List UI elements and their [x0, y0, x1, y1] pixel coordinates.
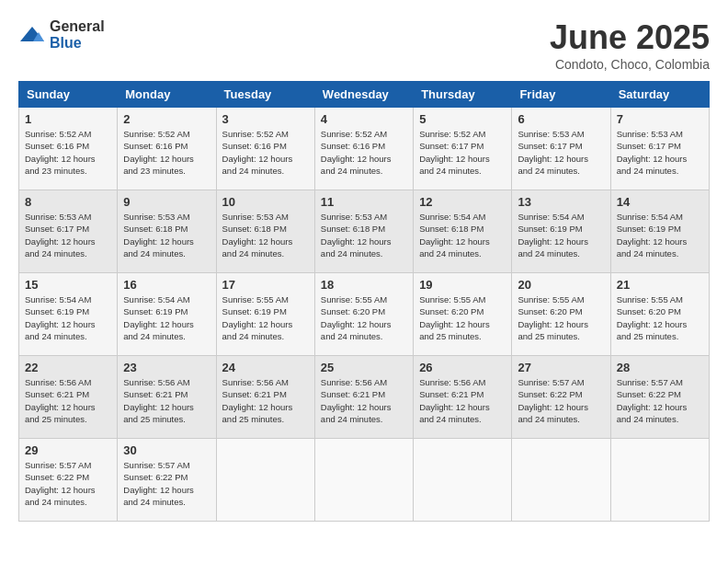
daylight-continued: and 24 minutes. [321, 331, 383, 341]
daylight-continued: and 25 minutes. [222, 414, 285, 424]
daylight: Daylight: 12 hours [25, 154, 96, 164]
sunrise: Sunrise: 5:52 AM [222, 129, 289, 139]
daylight-continued: and 24 minutes. [222, 248, 285, 259]
daylight: Daylight: 12 hours [123, 236, 194, 247]
sunrise: Sunrise: 5:56 AM [419, 377, 485, 387]
calendar-cell: 18 Sunrise: 5:55 AM Sunset: 6:20 PM Dayl… [314, 273, 413, 356]
sunrise: Sunrise: 5:54 AM [518, 212, 584, 222]
calendar-cell [216, 439, 314, 522]
sunset: Sunset: 6:20 PM [321, 306, 385, 316]
calendar-table: Sunday Monday Tuesday Wednesday Thursday… [18, 81, 710, 522]
sunset: Sunset: 6:19 PM [518, 224, 582, 234]
daylight: Daylight: 12 hours [321, 319, 392, 329]
daylight: Daylight: 12 hours [419, 319, 490, 329]
title-area: June 2025 Condoto, Choco, Colombia [550, 18, 710, 72]
calendar-week-row: 29 Sunrise: 5:57 AM Sunset: 6:22 PM Dayl… [19, 439, 710, 522]
day-number: 18 [321, 278, 407, 292]
daylight: Daylight: 12 hours [123, 319, 194, 329]
calendar-cell: 1 Sunrise: 5:52 AM Sunset: 6:16 PM Dayli… [19, 108, 118, 190]
daylight: Daylight: 12 hours [222, 402, 293, 412]
daylight-continued: and 25 minutes. [419, 331, 482, 341]
sunset: Sunset: 6:20 PM [617, 306, 681, 316]
sunset: Sunset: 6:20 PM [419, 306, 483, 316]
sunrise: Sunrise: 5:52 AM [321, 129, 387, 139]
calendar-cell [314, 439, 413, 522]
calendar-cell: 9 Sunrise: 5:53 AM Sunset: 6:18 PM Dayli… [118, 190, 216, 273]
sunset: Sunset: 6:21 PM [222, 389, 287, 399]
sunset: Sunset: 6:18 PM [419, 224, 483, 234]
header-friday: Friday [512, 82, 610, 108]
calendar-cell: 30 Sunrise: 5:57 AM Sunset: 6:22 PM Dayl… [118, 439, 216, 522]
daylight-continued: and 23 minutes. [25, 166, 87, 176]
day-number: 3 [222, 112, 309, 126]
sunrise: Sunrise: 5:57 AM [518, 377, 584, 387]
sunset: Sunset: 6:21 PM [25, 389, 89, 399]
sunset: Sunset: 6:19 PM [617, 224, 681, 234]
calendar-cell: 26 Sunrise: 5:56 AM Sunset: 6:21 PM Dayl… [414, 356, 512, 439]
header-thursday: Thursday [414, 82, 512, 108]
calendar-cell: 21 Sunrise: 5:55 AM Sunset: 6:20 PM Dayl… [610, 273, 709, 356]
calendar-cell [610, 439, 709, 522]
sunset: Sunset: 6:18 PM [123, 224, 188, 234]
daylight: Daylight: 12 hours [419, 154, 490, 164]
logo-blue: Blue [50, 35, 82, 51]
logo: General Blue [18, 18, 105, 52]
day-number: 15 [25, 278, 111, 292]
calendar-cell: 7 Sunrise: 5:53 AM Sunset: 6:17 PM Dayli… [610, 108, 709, 190]
sunrise: Sunrise: 5:56 AM [222, 377, 289, 387]
header-sunday: Sunday [19, 82, 118, 108]
sunrise: Sunrise: 5:54 AM [617, 212, 683, 222]
sunset: Sunset: 6:17 PM [419, 141, 483, 151]
calendar-cell [414, 439, 512, 522]
daylight-continued: and 24 minutes. [617, 166, 679, 176]
sunset: Sunset: 6:18 PM [222, 224, 287, 234]
calendar-cell: 13 Sunrise: 5:54 AM Sunset: 6:19 PM Dayl… [512, 190, 610, 273]
daylight-continued: and 25 minutes. [25, 414, 87, 424]
header-tuesday: Tuesday [216, 82, 314, 108]
day-number: 5 [419, 112, 506, 126]
calendar-cell: 10 Sunrise: 5:53 AM Sunset: 6:18 PM Dayl… [216, 190, 314, 273]
day-number: 1 [25, 112, 111, 126]
day-number: 30 [123, 443, 210, 457]
page-header: General Blue June 2025 Condoto, Choco, C… [18, 18, 710, 72]
daylight: Daylight: 12 hours [222, 236, 293, 247]
sunrise: Sunrise: 5:53 AM [321, 212, 387, 222]
calendar-cell: 11 Sunrise: 5:53 AM Sunset: 6:18 PM Dayl… [314, 190, 413, 273]
calendar-cell: 17 Sunrise: 5:55 AM Sunset: 6:19 PM Dayl… [216, 273, 314, 356]
daylight: Daylight: 12 hours [123, 402, 194, 412]
day-number: 8 [25, 195, 111, 209]
sunrise: Sunrise: 5:56 AM [321, 377, 387, 387]
day-number: 22 [25, 361, 111, 374]
daylight: Daylight: 12 hours [123, 154, 194, 164]
sunrise: Sunrise: 5:55 AM [222, 294, 289, 304]
daylight: Daylight: 12 hours [518, 319, 588, 329]
calendar-cell: 12 Sunrise: 5:54 AM Sunset: 6:18 PM Dayl… [414, 190, 512, 273]
daylight-continued: and 24 minutes. [321, 248, 383, 259]
month-title: June 2025 [550, 18, 710, 57]
day-number: 26 [419, 361, 506, 374]
daylight: Daylight: 12 hours [321, 402, 392, 412]
calendar-cell: 16 Sunrise: 5:54 AM Sunset: 6:19 PM Dayl… [118, 273, 216, 356]
day-number: 27 [518, 361, 604, 374]
daylight: Daylight: 12 hours [25, 319, 96, 329]
calendar-week-row: 15 Sunrise: 5:54 AM Sunset: 6:19 PM Dayl… [19, 273, 710, 356]
sunset: Sunset: 6:16 PM [321, 141, 385, 151]
sunset: Sunset: 6:16 PM [222, 141, 287, 151]
calendar-cell: 6 Sunrise: 5:53 AM Sunset: 6:17 PM Dayli… [512, 108, 610, 190]
header-wednesday: Wednesday [314, 82, 413, 108]
weekday-header-row: Sunday Monday Tuesday Wednesday Thursday… [19, 82, 710, 108]
day-number: 2 [123, 112, 210, 126]
calendar-cell: 8 Sunrise: 5:53 AM Sunset: 6:17 PM Dayli… [19, 190, 118, 273]
sunrise: Sunrise: 5:52 AM [123, 129, 189, 139]
day-number: 17 [222, 278, 309, 292]
daylight: Daylight: 12 hours [419, 402, 490, 412]
sunrise: Sunrise: 5:53 AM [617, 129, 683, 139]
calendar-cell: 3 Sunrise: 5:52 AM Sunset: 6:16 PM Dayli… [216, 108, 314, 190]
calendar-cell: 19 Sunrise: 5:55 AM Sunset: 6:20 PM Dayl… [414, 273, 512, 356]
daylight: Daylight: 12 hours [25, 402, 96, 412]
sunrise: Sunrise: 5:56 AM [123, 377, 189, 387]
day-number: 14 [617, 195, 703, 209]
daylight-continued: and 24 minutes. [25, 248, 87, 259]
sunset: Sunset: 6:19 PM [123, 306, 188, 316]
sunrise: Sunrise: 5:54 AM [25, 294, 91, 304]
